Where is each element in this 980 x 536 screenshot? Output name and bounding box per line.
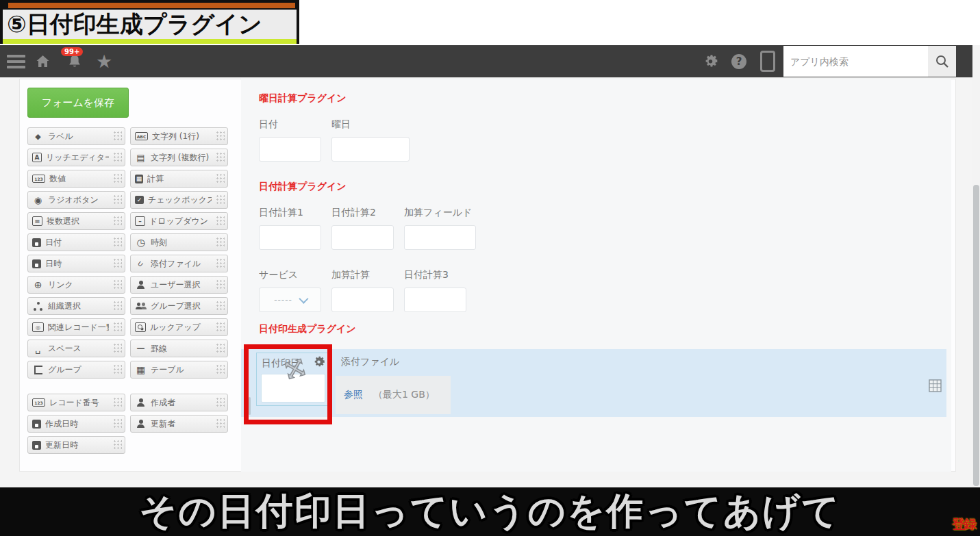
gear-icon[interactable] [700, 45, 720, 77]
palette-item-ラジオボタン[interactable]: ラジオボタン [27, 191, 125, 209]
field-input[interactable] [259, 137, 321, 162]
palette-item-チェックボックス[interactable]: チェックボックス [130, 191, 228, 209]
palette-item-日付[interactable]: 日付 [27, 233, 125, 251]
drag-handle-dots[interactable] [113, 194, 122, 205]
form-field-サービス[interactable]: サービス----- [259, 269, 321, 312]
field-input[interactable] [404, 288, 466, 312]
time-icon [135, 238, 147, 248]
drag-handle-dots[interactable] [113, 418, 122, 429]
drag-handle-dots[interactable] [216, 216, 225, 227]
palette-item-レコード番号[interactable]: レコード番号 [27, 394, 125, 411]
drag-handle-dots[interactable] [113, 439, 122, 450]
search-button[interactable] [928, 46, 956, 77]
drag-handle-dots[interactable] [113, 322, 122, 333]
drag-handle-dots[interactable] [113, 237, 122, 248]
drag-handle-dots[interactable] [113, 397, 122, 408]
palette-item-作成者[interactable]: 作成者 [130, 394, 228, 411]
palette-item-ラベル[interactable]: ラベル [27, 127, 125, 145]
form-field-日付[interactable]: 日付 [259, 118, 321, 162]
palette-item-文字列 (1行)[interactable]: 文字列 (1行) [130, 127, 228, 145]
drag-handle-dots[interactable] [216, 237, 225, 248]
form-field-加算フィールド[interactable]: 加算フィールド [404, 207, 476, 250]
form-field-加算計算[interactable]: 加算計算 [331, 269, 394, 312]
palette-item-更新日時[interactable]: 更新日時 [27, 436, 125, 454]
drag-handle-dots[interactable] [216, 194, 225, 205]
notification-badge[interactable]: 99+ [61, 47, 83, 56]
drag-handle-dots[interactable] [216, 418, 225, 429]
row-drag-handle[interactable] [249, 397, 251, 415]
form-field-日付計算3[interactable]: 日付計算3 [404, 269, 466, 312]
drag-handle-dots[interactable] [216, 152, 225, 163]
drag-handle-dots[interactable] [216, 322, 225, 333]
palette-item-グループ選択[interactable]: グループ選択 [130, 297, 228, 315]
save-form-button[interactable]: フォームを保存 [27, 88, 129, 118]
field-dropdown[interactable]: ----- [259, 288, 321, 312]
system-field-palette: レコード番号作成者作成日時更新者更新日時 [27, 394, 228, 454]
palette-item-グループ[interactable]: グループ [27, 361, 125, 379]
palette-item-label: 罫線 [151, 343, 212, 355]
palette-item-時刻[interactable]: 時刻 [130, 233, 228, 251]
drag-handle-dots[interactable] [113, 131, 122, 142]
drag-handle-dots[interactable] [113, 152, 122, 163]
drag-handle-dots[interactable] [113, 279, 122, 290]
star-icon[interactable]: ★ [94, 45, 114, 77]
palette-item-リッチエディター[interactable]: リッチエディター [27, 149, 125, 166]
mobile-icon[interactable] [759, 45, 777, 77]
palette-item-複数選択[interactable]: 複数選択 [27, 212, 125, 230]
field-label: 日付計算2 [331, 207, 394, 219]
scrollbar-thumb[interactable] [973, 185, 979, 486]
palette-item-作成日時[interactable]: 作成日時 [27, 415, 125, 433]
home-icon[interactable] [33, 45, 52, 77]
drag-handle-dots[interactable] [216, 173, 225, 184]
palette-item-日時[interactable]: 日時 [27, 255, 125, 272]
palette-item-スペース[interactable]: スペース [27, 340, 125, 357]
table-grid-icon[interactable] [929, 379, 942, 395]
size-limit-text: （最大1 GB） [373, 389, 435, 401]
stamp-plugin-row[interactable]: 日付印日 添付ファイル 参照 （最大1 GB） [241, 349, 946, 417]
drag-handle-dots[interactable] [216, 301, 225, 311]
drag-handle-dots[interactable] [113, 364, 122, 375]
form-field-曜日[interactable]: 曜日 [331, 118, 410, 162]
drag-handle-dots[interactable] [113, 301, 122, 311]
search-input[interactable] [783, 46, 928, 77]
field-settings-gear-icon[interactable] [312, 355, 326, 372]
drag-handle-dots[interactable] [216, 279, 225, 290]
drag-handle-dots[interactable] [113, 173, 122, 184]
drag-handle-dots[interactable] [216, 343, 225, 354]
field-input[interactable] [404, 225, 476, 250]
palette-item-ドロップダウン[interactable]: ドロップダウン [130, 212, 228, 230]
chevron-down-icon [299, 294, 308, 304]
palette-item-組織選択[interactable]: 組織選択 [27, 297, 125, 315]
field-input[interactable] [331, 137, 410, 162]
menu-icon[interactable] [5, 45, 26, 77]
richtext-icon [32, 153, 42, 162]
palette-item-罫線[interactable]: 罫線 [130, 340, 228, 357]
help-icon[interactable]: ? [729, 45, 749, 77]
drag-handle-dots[interactable] [216, 397, 225, 408]
drag-handle-dots[interactable] [113, 343, 122, 354]
palette-item-更新者[interactable]: 更新者 [130, 415, 228, 433]
palette-item-テーブル[interactable]: テーブル [130, 361, 228, 379]
field-input[interactable] [331, 225, 394, 250]
palette-item-計算[interactable]: 計算 [130, 170, 228, 188]
palette-item-添付ファイル[interactable]: 添付ファイル [130, 255, 228, 272]
form-field-日付計算1[interactable]: 日付計算1 [259, 207, 321, 250]
form-field-日付計算2[interactable]: 日付計算2 [331, 207, 394, 250]
subscribe-label[interactable]: 登録 [952, 515, 975, 533]
palette-item-label: リッチエディター [46, 152, 109, 164]
palette-item-リンク[interactable]: リンク [27, 276, 125, 294]
drag-handle-dots[interactable] [216, 258, 225, 269]
browse-link[interactable]: 参照 [344, 389, 363, 401]
palette-item-関連レコード一覧[interactable]: 関連レコード一覧 [27, 318, 125, 336]
drag-handle-dots[interactable] [113, 216, 122, 227]
field-input[interactable] [331, 288, 394, 312]
palette-item-数値[interactable]: 数値 [27, 170, 125, 188]
field-input[interactable] [259, 225, 321, 250]
palette-item-文字列 (複数行)[interactable]: 文字列 (複数行) [130, 149, 228, 166]
drag-handle-dots[interactable] [113, 258, 122, 269]
palette-item-label: 計算 [147, 173, 212, 185]
palette-item-ルックアップ[interactable]: ルックアップ [130, 318, 228, 336]
palette-item-ユーザー選択[interactable]: ユーザー選択 [130, 276, 228, 294]
drag-handle-dots[interactable] [216, 131, 225, 142]
drag-handle-dots[interactable] [216, 364, 225, 375]
